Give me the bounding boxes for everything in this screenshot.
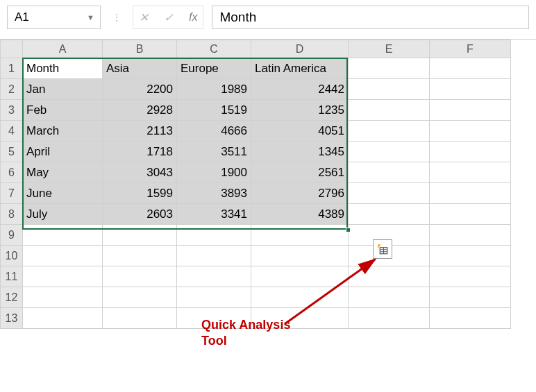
cell[interactable] (430, 225, 511, 246)
cell[interactable] (430, 142, 511, 162)
col-header-B[interactable]: B (103, 40, 177, 58)
cell[interactable]: Asia (103, 58, 177, 79)
col-header-E[interactable]: E (349, 40, 430, 58)
row-header[interactable]: 13 (1, 308, 23, 329)
quick-analysis-button[interactable] (373, 239, 392, 259)
cell[interactable] (430, 246, 511, 266)
cell[interactable] (23, 266, 103, 287)
cell[interactable] (103, 287, 177, 308)
cell[interactable]: 4389 (251, 204, 349, 225)
row-header[interactable]: 4 (1, 121, 23, 142)
cell[interactable] (349, 308, 430, 329)
col-header-A[interactable]: A (23, 40, 103, 58)
cell[interactable] (430, 100, 511, 121)
cell[interactable]: 1900 (177, 162, 251, 183)
cell[interactable] (23, 225, 103, 246)
cell[interactable] (430, 58, 511, 79)
cell[interactable]: Feb (23, 100, 103, 121)
cell[interactable] (349, 287, 430, 308)
col-header-D[interactable]: D (251, 40, 349, 58)
row-header[interactable]: 11 (1, 266, 23, 287)
cell[interactable]: March (23, 121, 103, 142)
cell[interactable]: 1345 (251, 142, 349, 162)
cell[interactable]: April (23, 142, 103, 162)
cell[interactable] (349, 162, 430, 183)
sheet-table[interactable]: A B C D E F 1MonthAsiaEuropeLatin Americ… (0, 40, 511, 329)
cell[interactable] (349, 266, 430, 287)
cell[interactable] (23, 287, 103, 308)
cell[interactable] (349, 79, 430, 100)
select-all-corner[interactable] (1, 40, 23, 58)
cell[interactable] (177, 246, 251, 266)
row-header[interactable]: 9 (1, 225, 23, 246)
cell[interactable] (23, 246, 103, 266)
cell[interactable] (430, 79, 511, 100)
cell[interactable] (349, 183, 430, 204)
cell[interactable]: Latin America (251, 58, 349, 79)
enter-icon[interactable]: ✓ (164, 10, 174, 25)
row-header[interactable]: 8 (1, 204, 23, 225)
cell[interactable] (251, 266, 349, 287)
cell[interactable] (430, 287, 511, 308)
formula-input[interactable]: Month (212, 6, 529, 29)
cell[interactable]: 1718 (103, 142, 177, 162)
cell[interactable] (23, 308, 103, 329)
cell[interactable]: May (23, 162, 103, 183)
row-header[interactable]: 5 (1, 142, 23, 162)
cell[interactable]: 2928 (103, 100, 177, 121)
cell[interactable] (177, 225, 251, 246)
cell[interactable]: Month (23, 58, 103, 79)
cell[interactable] (251, 287, 349, 308)
cell[interactable]: 3511 (177, 142, 251, 162)
cell[interactable]: 1235 (251, 100, 349, 121)
cell[interactable]: 3043 (103, 162, 177, 183)
fx-icon[interactable]: fx (189, 11, 197, 24)
dropdown-icon[interactable]: ▼ (87, 13, 94, 22)
cell[interactable]: 4051 (251, 121, 349, 142)
cell[interactable] (349, 142, 430, 162)
cell[interactable] (251, 246, 349, 266)
cell[interactable] (349, 100, 430, 121)
cell[interactable]: 1519 (177, 100, 251, 121)
cell[interactable] (430, 204, 511, 225)
row-header[interactable]: 10 (1, 246, 23, 266)
cell[interactable]: 4666 (177, 121, 251, 142)
row-header[interactable]: 6 (1, 162, 23, 183)
cell[interactable]: 2442 (251, 79, 349, 100)
cell[interactable]: 2561 (251, 162, 349, 183)
cell[interactable] (349, 204, 430, 225)
cell[interactable] (430, 183, 511, 204)
row-header[interactable]: 2 (1, 79, 23, 100)
col-header-C[interactable]: C (177, 40, 251, 58)
cell[interactable]: 2796 (251, 183, 349, 204)
cell[interactable] (103, 246, 177, 266)
cell[interactable]: 3893 (177, 183, 251, 204)
cell[interactable] (103, 308, 177, 329)
cell[interactable]: 3341 (177, 204, 251, 225)
cell[interactable] (430, 162, 511, 183)
cell[interactable]: 2603 (103, 204, 177, 225)
cell[interactable]: Jan (23, 79, 103, 100)
cell[interactable] (430, 308, 511, 329)
row-header[interactable]: 12 (1, 287, 23, 308)
cell[interactable] (103, 225, 177, 246)
cell[interactable]: 2200 (103, 79, 177, 100)
cell[interactable] (349, 121, 430, 142)
name-box[interactable]: A1 ▼ (7, 6, 101, 29)
cell[interactable] (349, 58, 430, 79)
cell[interactable]: July (23, 204, 103, 225)
row-header[interactable]: 7 (1, 183, 23, 204)
cell[interactable] (177, 287, 251, 308)
cancel-icon[interactable]: ✕ (139, 10, 149, 25)
col-header-F[interactable]: F (430, 40, 511, 58)
cell[interactable] (430, 121, 511, 142)
row-header[interactable]: 3 (1, 100, 23, 121)
cell[interactable]: 1599 (103, 183, 177, 204)
cell[interactable]: 2113 (103, 121, 177, 142)
cell[interactable]: 1989 (177, 79, 251, 100)
cell[interactable] (177, 266, 251, 287)
cell[interactable]: June (23, 183, 103, 204)
row-header[interactable]: 1 (1, 58, 23, 79)
cell[interactable]: Europe (177, 58, 251, 79)
cell[interactable] (103, 266, 177, 287)
